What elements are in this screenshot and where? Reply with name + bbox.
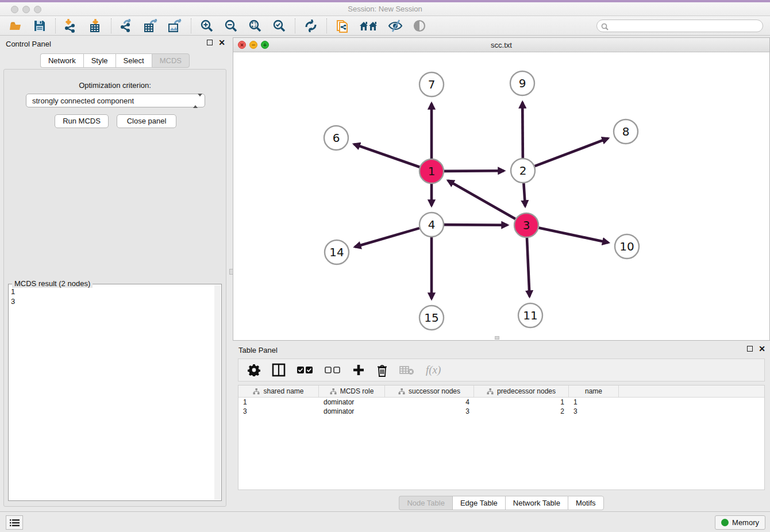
close-table-panel-icon[interactable]: ✕ xyxy=(759,346,765,352)
control-panel-tabs: Network Style Select MCDS xyxy=(0,53,230,68)
graph-node-label: 10 xyxy=(619,240,634,253)
table-panel-tabs: Node TableEdge TableNetwork TableMotifs xyxy=(233,496,770,510)
column-header-label: MCDS role xyxy=(340,387,374,395)
function-builder-disabled-icon: f(x) xyxy=(426,361,441,379)
tab-style[interactable]: Style xyxy=(83,53,116,68)
network-resize-grip[interactable] xyxy=(495,336,499,340)
graph-node-label: 3 xyxy=(523,218,530,232)
node-table-header: shared nameMCDS rolesuccessor nodesprede… xyxy=(238,385,764,398)
column-header-shared-name[interactable]: shared name xyxy=(238,385,319,397)
table-cell: 1 xyxy=(569,398,619,407)
dropdown-stepper-icon xyxy=(193,97,200,106)
zoom-in-icon[interactable] xyxy=(199,18,215,33)
memory-label: Memory xyxy=(732,518,759,527)
table-row[interactable]: 1dominator411 xyxy=(238,398,764,407)
graph-node-label: 11 xyxy=(523,309,537,322)
titlebar: Session: New Session xyxy=(0,2,770,16)
column-tree-icon xyxy=(398,388,405,395)
column-header-name[interactable]: name xyxy=(569,385,619,397)
table-row[interactable]: 3dominator323 xyxy=(238,407,764,416)
graph-edge-2-9[interactable] xyxy=(522,102,523,158)
export-image-icon[interactable] xyxy=(167,18,183,33)
graph-edge-2-8[interactable] xyxy=(535,138,609,166)
column-header-successor-nodes[interactable]: successor nodes xyxy=(385,385,474,397)
graph-edge-4-14[interactable] xyxy=(355,228,419,247)
zoom-fit-icon[interactable] xyxy=(247,18,263,33)
search-input[interactable] xyxy=(596,20,763,32)
column-header-label: name xyxy=(585,387,602,395)
column-tree-icon xyxy=(330,388,337,395)
table-toolbar: f(x) xyxy=(238,358,765,381)
tab-mcds[interactable]: MCDS xyxy=(152,53,190,68)
application-window: Session: New Session xyxy=(0,0,770,532)
tab-node-table[interactable]: Node Table xyxy=(399,496,452,510)
mcds-result-text[interactable]: 1 3 xyxy=(11,287,213,498)
column-header-label: shared name xyxy=(263,387,303,395)
float-table-panel-icon[interactable] xyxy=(747,346,753,352)
tab-edge-table[interactable]: Edge Table xyxy=(452,496,505,510)
control-panel: Control Panel ✕ Network Style Select MCD… xyxy=(0,36,230,511)
table-cell: 1 xyxy=(238,398,319,407)
tab-motifs[interactable]: Motifs xyxy=(568,496,604,510)
criterion-dropdown[interactable]: strongly connected component xyxy=(26,94,205,107)
open-folder-icon[interactable] xyxy=(7,18,24,33)
tab-network-table[interactable]: Network Table xyxy=(505,496,568,510)
float-panel-icon[interactable] xyxy=(207,40,213,45)
zoom-out-icon[interactable] xyxy=(223,18,239,33)
table-panel-header: Table Panel ✕ xyxy=(233,342,770,358)
graph-node-label: 14 xyxy=(329,245,344,259)
tab-network[interactable]: Network xyxy=(40,53,83,68)
apply-layout-icon[interactable] xyxy=(303,18,319,33)
graph-edge-3-11[interactable] xyxy=(527,238,530,296)
import-table-icon[interactable] xyxy=(87,18,103,33)
memory-button[interactable]: Memory xyxy=(715,515,765,530)
hide-selected-icon[interactable] xyxy=(387,18,403,33)
column-header-label: successor nodes xyxy=(409,387,460,395)
network-canvas[interactable]: 7968124314101511 xyxy=(233,52,769,340)
delete-column-icon[interactable] xyxy=(376,361,388,379)
select-all-checkboxes-icon[interactable] xyxy=(297,361,313,379)
column-tree-icon xyxy=(487,388,494,395)
first-neighbors-icon[interactable] xyxy=(359,18,379,33)
mcds-tab-content: Optimization criterion: strongly connect… xyxy=(3,69,226,507)
status-bar: Memory xyxy=(0,511,770,532)
graph-edge-1-2[interactable] xyxy=(444,171,504,171)
tab-select[interactable]: Select xyxy=(116,53,152,68)
column-header-MCDS-role[interactable]: MCDS role xyxy=(319,385,385,397)
graph-edge-4-3[interactable] xyxy=(444,225,507,225)
run-mcds-button[interactable]: Run MCDS xyxy=(55,114,109,128)
add-column-icon[interactable] xyxy=(352,361,365,379)
deselect-all-checkboxes-icon[interactable] xyxy=(325,361,341,379)
status-menu-button[interactable] xyxy=(6,515,23,530)
network-window-titlebar: × − + scc.txt xyxy=(233,38,769,52)
duplicate-network-icon[interactable] xyxy=(334,18,351,33)
graph-edge-2-3[interactable] xyxy=(523,183,525,206)
graph-edge-3-1[interactable] xyxy=(448,180,515,219)
control-panel-title: Control Panel xyxy=(6,40,51,48)
show-all-icon[interactable] xyxy=(411,18,428,33)
column-layout-icon[interactable] xyxy=(272,361,286,379)
graph-edge-3-10[interactable] xyxy=(539,228,609,243)
settings-gear-icon[interactable] xyxy=(248,361,260,379)
export-table-icon[interactable] xyxy=(143,18,159,33)
export-network-icon[interactable] xyxy=(119,18,135,33)
optimization-criterion-label: Optimization criterion: xyxy=(4,81,226,90)
zoom-selected-icon[interactable] xyxy=(271,18,287,33)
search-icon xyxy=(601,22,609,33)
graph-node-label: 1 xyxy=(428,164,436,178)
memory-status-icon xyxy=(721,519,729,526)
import-network-icon[interactable] xyxy=(63,18,79,33)
result-scrollbar[interactable] xyxy=(214,285,221,500)
table-panel: Table Panel ✕ xyxy=(233,342,770,511)
control-panel-header: Control Panel ✕ xyxy=(0,36,230,52)
table-cell: 3 xyxy=(238,407,319,416)
graph-edge-1-6[interactable] xyxy=(354,144,419,167)
save-session-icon[interactable] xyxy=(32,18,48,33)
column-header-label: predecessor nodes xyxy=(497,387,556,395)
close-panel-button[interactable]: Close panel xyxy=(117,114,176,128)
mcds-result-box: MCDS result (2 nodes) 1 3 xyxy=(8,284,222,501)
close-panel-icon[interactable]: ✕ xyxy=(218,40,225,45)
window-title: Session: New Session xyxy=(0,5,770,13)
table-panel-title: Table Panel xyxy=(238,346,278,354)
column-header-predecessor-nodes[interactable]: predecessor nodes xyxy=(474,385,569,397)
